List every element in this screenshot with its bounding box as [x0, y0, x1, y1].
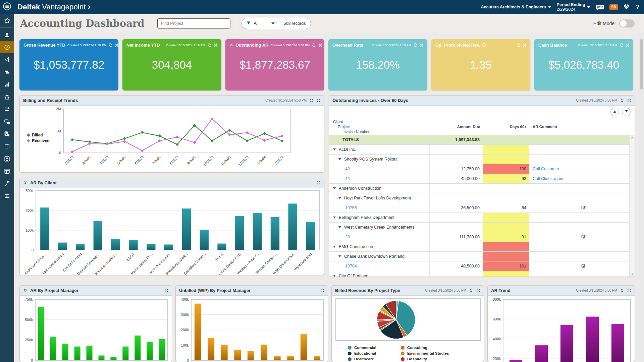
- table-row[interactable]: City Of Portland: [329, 271, 635, 277]
- sidebar-item-favorites[interactable]: [0, 14, 14, 27]
- grid-filter-icon[interactable]: [624, 109, 629, 115]
- column-header-ar-comment[interactable]: AR Comment: [529, 118, 629, 135]
- sidebar-item-utilities[interactable]: [0, 177, 14, 190]
- column-header-client[interactable]: Client: [333, 119, 430, 124]
- period-selector[interactable]: Period Ending2/29/2024: [557, 2, 591, 12]
- sidebar-item-settings[interactable]: [0, 190, 14, 202]
- expand-icon[interactable]: [627, 288, 631, 293]
- expand-icon[interactable]: [316, 181, 321, 185]
- table-row[interactable]: BMG Construction: [329, 242, 635, 252]
- notification-badge[interactable]: 69: [609, 4, 618, 10]
- refresh-icon[interactable]: [312, 43, 316, 47]
- edit-comment-icon[interactable]: [581, 234, 586, 240]
- refresh-icon[interactable]: [516, 43, 521, 47]
- page-scrollbar[interactable]: [639, 33, 644, 362]
- table-row[interactable]: Hoyt Park Tower Lofts Development: [329, 193, 635, 203]
- sidebar-item-resource-management[interactable]: [0, 153, 14, 165]
- row-collapse-caret[interactable]: [333, 148, 336, 150]
- kpi-card-cash-balance[interactable]: Cash BalanceCreated 3/15/2024 2:19 PM$5,…: [534, 39, 633, 90]
- expand-icon[interactable]: [523, 43, 527, 47]
- sidebar-item-transactions[interactable]: [0, 103, 14, 115]
- collapse-chevron-icon[interactable]: [23, 288, 28, 293]
- row-collapse-caret[interactable]: [333, 187, 336, 189]
- sidebar-item-accounting[interactable]: [0, 90, 14, 103]
- expand-icon[interactable]: [626, 43, 630, 47]
- invoice-number-link[interactable]: 44: [345, 176, 350, 181]
- table-scrollbar[interactable]: [629, 135, 635, 277]
- column-header-days-60[interactable]: Days 60+: [483, 118, 529, 135]
- column-header-amount-due[interactable]: Amount Due: [430, 118, 483, 135]
- kpi-card-gross-revenue-ytd[interactable]: Gross Revenue YTDCreated 3/15/2024 2:19 …: [19, 39, 118, 90]
- edit-mode-toggle[interactable]: [619, 19, 635, 27]
- sidebar-item-dashboards[interactable]: [0, 41, 14, 53]
- dashboard-filter[interactable]: All 508 records: [241, 18, 311, 29]
- row-collapse-caret[interactable]: [338, 197, 341, 199]
- sidebar-item-reports[interactable]: [0, 78, 14, 90]
- ar-comment-link[interactable]: Call Client again: [533, 176, 563, 181]
- sidebar-item-collaboration[interactable]: [0, 53, 14, 66]
- sidebar-item-purchasing[interactable]: [0, 165, 14, 177]
- column-header-project[interactable]: Project: [333, 124, 430, 129]
- menu-icon[interactable]: [3, 2, 11, 12]
- sidebar-item-billing[interactable]: [0, 115, 14, 128]
- row-collapse-caret[interactable]: [333, 246, 336, 248]
- refresh-icon[interactable]: [620, 98, 624, 103]
- table-row[interactable]: Chase Bank Downtown Portland: [329, 252, 635, 261]
- export-icon[interactable]: [612, 109, 617, 115]
- table-row[interactable]: Anderson Construction: [329, 184, 635, 193]
- help-icon[interactable]: ?: [635, 3, 639, 11]
- row-collapse-caret[interactable]: [338, 158, 341, 160]
- kpi-card-outstanding-ar[interactable]: Outstanding ARCreated 3/15/2024 5:50 PM$…: [225, 39, 324, 90]
- table-row[interactable]: 4212,750.00130Call Customer: [329, 164, 635, 174]
- table-row[interactable]: 1075636,500.0064: [329, 203, 635, 213]
- collapse-chevron-icon[interactable]: [23, 181, 28, 185]
- ar-comment-link[interactable]: Call Customer: [533, 167, 559, 171]
- edit-comment-icon[interactable]: [581, 263, 586, 269]
- find-project-input[interactable]: [157, 18, 230, 28]
- expand-icon[interactable]: [318, 43, 322, 47]
- messages-icon[interactable]: HEY!: [596, 5, 604, 9]
- expand-icon[interactable]: [316, 98, 321, 103]
- sidebar-item-my-stuff[interactable]: [0, 28, 14, 41]
- expand-icon[interactable]: [627, 98, 631, 103]
- kpi-card-net-income-ytd[interactable]: Net Income YTDCreated 3/15/2024 2:19 PM3…: [122, 39, 221, 90]
- table-row[interactable]: West Cemetary Creek Enhancements: [329, 223, 635, 232]
- refresh-icon[interactable]: [309, 98, 314, 103]
- invoice-number-link[interactable]: 28: [345, 235, 350, 239]
- table-row[interactable]: Bellingham Parks Department: [329, 213, 635, 223]
- collapse-chevron-icon[interactable]: [229, 43, 233, 47]
- kpi-card-op-profit-on-net-rev-[interactable]: Op. Profit on Net Rev.1.35: [431, 39, 530, 90]
- row-collapse-caret[interactable]: [333, 217, 336, 219]
- company-selector[interactable]: Accutera Architects & Engineers: [481, 5, 551, 9]
- expand-icon[interactable]: [420, 43, 424, 47]
- invoice-number-link[interactable]: 10704: [345, 264, 357, 268]
- invoice-number-link[interactable]: 42: [345, 167, 350, 171]
- expand-icon[interactable]: [115, 43, 119, 47]
- row-collapse-caret[interactable]: [338, 255, 341, 257]
- table-row[interactable]: ALDI Inc.: [329, 145, 635, 155]
- row-collapse-caret[interactable]: [333, 275, 336, 277]
- kpi-card-overhead-rate[interactable]: Overhead RateCreated 3/15/2024 9:16 AM15…: [328, 39, 427, 90]
- sidebar-item-ledger[interactable]: [0, 140, 14, 153]
- sidebar-item-projects[interactable]: [0, 66, 14, 78]
- expand-icon[interactable]: [164, 288, 168, 293]
- table-row[interactable]: 4445,000.0093Call Client again: [329, 174, 635, 184]
- table-row[interactable]: 1070440,500.00161: [329, 261, 635, 271]
- expand-icon[interactable]: [320, 288, 324, 293]
- column-header-invoice-number[interactable]: Invoice Number: [333, 129, 430, 134]
- gear-icon[interactable]: [623, 3, 630, 11]
- expand-icon[interactable]: [476, 288, 480, 293]
- table-row[interactable]: 28111,780.0091: [329, 232, 635, 242]
- refresh-icon[interactable]: [207, 43, 212, 47]
- refresh-icon[interactable]: [469, 288, 473, 293]
- row-collapse-caret[interactable]: [338, 226, 341, 228]
- expand-icon[interactable]: [214, 43, 218, 47]
- table-row[interactable]: Shopify POS System Rollout: [329, 155, 635, 164]
- refresh-icon[interactable]: [108, 43, 113, 47]
- invoice-number-link[interactable]: 10756: [345, 205, 357, 210]
- refresh-icon[interactable]: [620, 288, 624, 293]
- refresh-icon[interactable]: [413, 43, 418, 47]
- refresh-icon[interactable]: [619, 43, 624, 47]
- sidebar-item-expenses[interactable]: [0, 128, 14, 140]
- info-icon[interactable]: [482, 43, 486, 47]
